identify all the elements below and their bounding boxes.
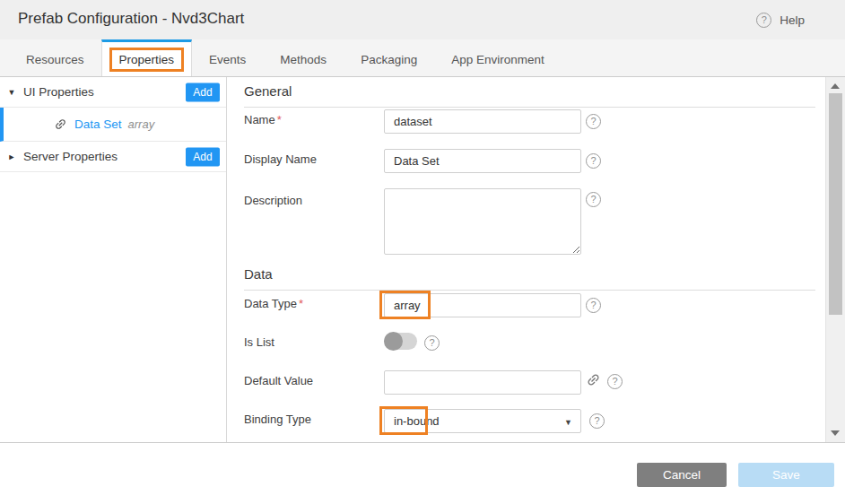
scroll-down-icon[interactable] — [831, 430, 840, 436]
help-icon — [756, 13, 771, 28]
required-asterisk: * — [277, 113, 282, 126]
tab-app-environment[interactable]: App Environment — [434, 39, 562, 76]
scrollbar-thumb[interactable] — [829, 93, 842, 315]
description-textarea[interactable] — [384, 188, 581, 255]
save-button[interactable]: Save — [738, 463, 834, 487]
name-label: Name* — [244, 113, 282, 126]
toggle-knob — [384, 332, 403, 351]
display-name-label: Display Name — [244, 152, 317, 166]
caret-right-icon — [0, 152, 23, 161]
add-server-property-button[interactable]: Add — [186, 147, 220, 166]
binding-type-value: in-bound — [394, 414, 440, 428]
section-data: Data — [244, 266, 815, 291]
is-list-toggle[interactable] — [384, 332, 417, 351]
description-label: Description — [244, 194, 302, 207]
help-label: Help — [780, 13, 805, 27]
property-name: Data Set — [74, 117, 122, 131]
vertical-scrollbar[interactable] — [825, 77, 845, 442]
help-button[interactable]: Help — [756, 11, 805, 29]
sidebar-group-ui-properties[interactable]: UI Properties Add — [0, 77, 226, 108]
add-ui-property-button[interactable]: Add — [186, 83, 220, 101]
description-help-icon[interactable] — [586, 192, 601, 207]
scroll-up-icon[interactable] — [831, 83, 840, 89]
section-general: General — [244, 83, 815, 108]
property-form-panel: General Name* Display Name Description D… — [227, 77, 825, 442]
default-value-input[interactable] — [384, 370, 581, 395]
required-asterisk: * — [299, 297, 303, 310]
caret-down-icon — [0, 88, 23, 97]
tab-properties[interactable]: Properties — [101, 39, 193, 76]
default-value-label: Default Value — [244, 374, 313, 387]
tab-packaging[interactable]: Packaging — [344, 39, 434, 76]
select-caret-icon — [564, 418, 572, 427]
sidebar-group-server-properties[interactable]: Server Properties Add — [0, 142, 226, 172]
binding-type-help-icon[interactable] — [589, 413, 605, 429]
window-title: Prefab Configuration - Nvd3Chart — [18, 10, 244, 28]
properties-sidebar: UI Properties Add Data Set array Server … — [0, 77, 227, 442]
tab-events[interactable]: Events — [192, 39, 263, 76]
binding-type-label: Binding Type — [244, 413, 311, 426]
dialog-footer: Cancel Save — [0, 442, 845, 504]
tab-resources[interactable]: Resources — [9, 39, 101, 76]
data-type-help-icon[interactable] — [586, 298, 601, 313]
name-input[interactable] — [384, 109, 581, 134]
tab-bar: Resources Properties Events Methods Pack… — [0, 39, 845, 77]
default-value-help-icon[interactable] — [607, 374, 623, 389]
titlebar: Prefab Configuration - Nvd3Chart Help — [0, 0, 845, 39]
property-type: array — [128, 117, 155, 131]
cancel-button[interactable]: Cancel — [637, 463, 727, 487]
is-list-label: Is List — [244, 335, 274, 349]
link-icon — [54, 117, 67, 131]
name-help-icon[interactable] — [586, 114, 601, 129]
is-list-help-icon[interactable] — [424, 335, 440, 351]
tab-methods[interactable]: Methods — [263, 39, 344, 76]
data-type-label: Data Type* — [244, 297, 303, 310]
sidebar-item-data-set[interactable]: Data Set array — [0, 108, 226, 142]
data-type-input[interactable] — [384, 293, 581, 317]
binding-type-select[interactable]: in-bound — [384, 409, 581, 433]
display-name-input[interactable] — [384, 149, 581, 173]
display-name-help-icon[interactable] — [586, 153, 601, 169]
bind-link-icon[interactable] — [586, 372, 601, 387]
